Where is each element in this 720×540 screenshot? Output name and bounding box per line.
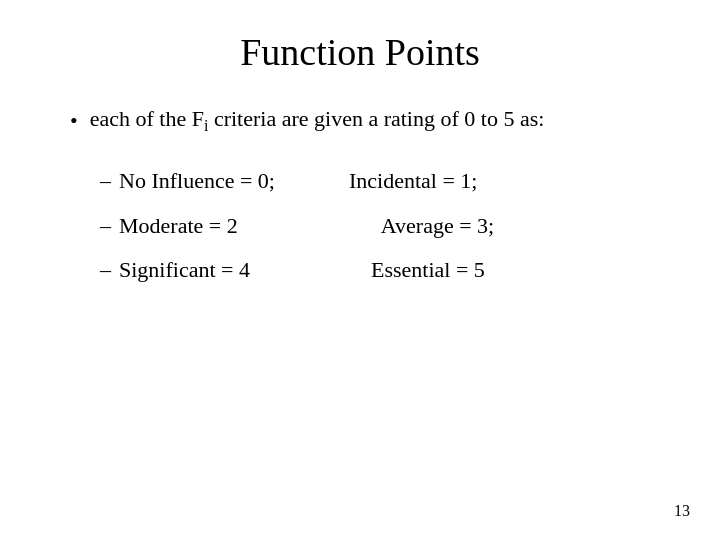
sub-right-2: Average = 3; xyxy=(349,211,494,242)
bullet-item: • each of the Fi criteria are given a ra… xyxy=(70,104,660,138)
sub-item-1: – No Influence = 0; Incidental = 1; xyxy=(100,166,660,197)
content-area: • each of the Fi criteria are given a ra… xyxy=(60,104,660,510)
slide-title: Function Points xyxy=(60,30,660,74)
sub-item-2: – Moderate = 2 Average = 3; xyxy=(100,211,660,242)
sub-item-3: – Significant = 4 Essential = 5 xyxy=(100,255,660,286)
sub-right-1: Incidental = 1; xyxy=(349,166,477,197)
sub-left-1: No Influence = 0; xyxy=(119,166,339,197)
bullet-dot: • xyxy=(70,106,78,137)
sub-left-3: Significant = 4 xyxy=(119,255,339,286)
page-number: 13 xyxy=(674,502,690,520)
sub-right-3: Essential = 5 xyxy=(349,255,485,286)
bullet-text: each of the Fi criteria are given a rati… xyxy=(90,104,545,138)
sub-left-2: Moderate = 2 xyxy=(119,211,339,242)
sub-dash-1: – xyxy=(100,166,111,197)
slide-container: Function Points • each of the Fi criteri… xyxy=(0,0,720,540)
sub-dash-2: – xyxy=(100,211,111,242)
sub-dash-3: – xyxy=(100,255,111,286)
fi-subscript: i xyxy=(204,117,208,134)
sub-items: – No Influence = 0; Incidental = 1; – Mo… xyxy=(100,166,660,286)
